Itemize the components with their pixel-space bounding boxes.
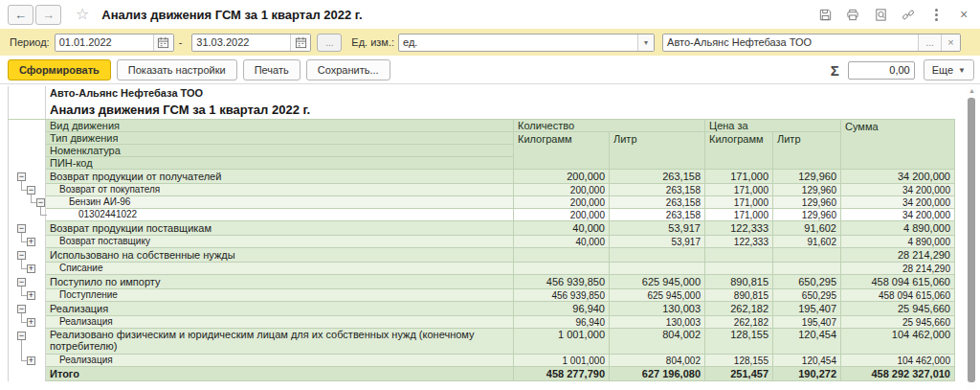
- cell-price-liter[interactable]: 650,295: [773, 275, 841, 289]
- row-label[interactable]: Бензин АИ-96: [46, 196, 514, 209]
- cell-price-kg[interactable]: 171,000: [705, 170, 773, 184]
- cell-qty-liter[interactable]: 625 945,000: [610, 275, 705, 289]
- collapse-toggle[interactable]: −: [17, 332, 26, 340]
- cell-price-kg[interactable]: 262,182: [705, 316, 773, 329]
- cell-sum[interactable]: 28 214,290: [841, 248, 955, 263]
- unit-combobox[interactable]: ед. ▾: [398, 34, 655, 52]
- period-ellipsis-button[interactable]: ...: [317, 34, 342, 52]
- cell-qty-kg[interactable]: 200,000: [514, 209, 610, 221]
- row-label[interactable]: Списание: [46, 263, 514, 275]
- link-icon[interactable]: [901, 7, 916, 22]
- cell-qty-kg[interactable]: [514, 248, 610, 263]
- period-from-field[interactable]: 01.01.2022: [55, 34, 174, 52]
- cell-price-kg[interactable]: [705, 248, 773, 263]
- cell-qty-liter[interactable]: [610, 263, 705, 275]
- cell-sum[interactable]: 25 945,660: [841, 316, 955, 329]
- cell-qty-liter[interactable]: 263,158: [610, 196, 705, 209]
- cell-price-kg[interactable]: 128,155: [705, 355, 773, 367]
- organization-ellipsis-button[interactable]: ...: [918, 34, 941, 51]
- favorite-star-icon[interactable]: ☆: [76, 7, 89, 22]
- cell-sum[interactable]: 34 200,000: [841, 170, 955, 184]
- row-label[interactable]: Поступило по импорту: [46, 275, 514, 289]
- cell-price-liter[interactable]: 195,407: [773, 302, 841, 316]
- collapse-toggle[interactable]: −: [27, 186, 35, 195]
- unit-value[interactable]: ед.: [399, 36, 637, 48]
- back-button[interactable]: ←: [8, 5, 33, 25]
- organization-value[interactable]: Авто-Альянс Нефтебаза ТОО: [663, 36, 918, 48]
- cell-qty-kg[interactable]: 40,000: [514, 236, 610, 248]
- organization-clear-button[interactable]: ×: [941, 34, 960, 51]
- expand-toggle[interactable]: +: [27, 291, 35, 300]
- row-label[interactable]: Использовано на собственные нужды: [46, 248, 514, 263]
- cell-price-kg[interactable]: 171,000: [705, 196, 773, 209]
- cell-sum[interactable]: 458 292 327,010: [841, 367, 955, 381]
- cell-qty-liter[interactable]: 130,003: [610, 316, 705, 329]
- cell-sum[interactable]: 25 945,660: [841, 302, 955, 316]
- forward-button[interactable]: →: [35, 5, 61, 25]
- collapse-toggle[interactable]: −: [17, 278, 26, 287]
- expand-toggle[interactable]: +: [27, 238, 35, 246]
- collapse-toggle[interactable]: −: [36, 198, 45, 207]
- row-label[interactable]: Возврат продукции поставщикам: [46, 221, 514, 236]
- cell-price-liter[interactable]: 120,454: [773, 329, 841, 355]
- cell-qty-kg[interactable]: 1 001,000: [514, 329, 610, 355]
- cell-price-kg[interactable]: 262,182: [705, 302, 773, 316]
- cell-price-kg[interactable]: 122,333: [705, 236, 773, 248]
- calendar-icon[interactable]: [290, 34, 310, 51]
- cell-qty-kg[interactable]: 96,940: [514, 302, 610, 316]
- save-icon[interactable]: [817, 7, 833, 22]
- cell-price-liter[interactable]: 129,960: [773, 184, 841, 196]
- cell-qty-liter[interactable]: 53,917: [610, 236, 705, 248]
- print-button[interactable]: Печать: [243, 59, 301, 80]
- scrollbar-thumb[interactable]: [968, 98, 975, 382]
- expand-toggle[interactable]: +: [27, 356, 35, 365]
- row-label[interactable]: Реализовано физическим и юридическим лиц…: [46, 329, 514, 355]
- collapse-toggle[interactable]: −: [17, 224, 26, 233]
- row-label[interactable]: Поступление: [46, 289, 514, 302]
- cell-qty-kg[interactable]: 200,000: [514, 184, 610, 196]
- cell-qty-kg[interactable]: 200,000: [514, 196, 610, 209]
- row-label[interactable]: 01302441022: [46, 209, 514, 221]
- row-label[interactable]: Возврат от покупателя: [46, 184, 514, 196]
- cell-price-kg[interactable]: [705, 263, 773, 275]
- row-label[interactable]: Реализация: [46, 355, 514, 367]
- cell-price-kg[interactable]: 128,155: [705, 329, 773, 355]
- close-icon[interactable]: ×: [956, 7, 971, 22]
- cell-qty-liter[interactable]: 263,158: [610, 209, 705, 221]
- cell-qty-liter[interactable]: [610, 248, 705, 263]
- cell-qty-kg[interactable]: 96,940: [514, 316, 610, 329]
- row-label[interactable]: Возврат поставщику: [46, 236, 514, 248]
- cell-price-kg[interactable]: 122,333: [705, 221, 773, 236]
- cell-price-kg[interactable]: 171,000: [705, 184, 773, 196]
- cell-qty-kg[interactable]: 456 939,850: [514, 275, 610, 289]
- expand-toggle[interactable]: +: [27, 264, 35, 273]
- more-menu-icon[interactable]: [928, 7, 944, 22]
- collapse-toggle[interactable]: −: [17, 172, 26, 181]
- period-from-value[interactable]: 01.01.2022: [56, 36, 153, 48]
- cell-qty-liter[interactable]: 130,003: [610, 302, 705, 316]
- cell-sum[interactable]: 458 094 615,060: [841, 289, 955, 302]
- cell-qty-liter[interactable]: 804,002: [610, 355, 705, 367]
- cell-price-liter[interactable]: 195,407: [773, 316, 841, 329]
- cell-qty-kg[interactable]: 456 939,850: [514, 289, 610, 302]
- cell-qty-liter[interactable]: 627 196,080: [610, 367, 705, 381]
- expand-toggle[interactable]: +: [27, 318, 35, 327]
- cell-price-liter[interactable]: 129,960: [773, 209, 841, 221]
- organization-field[interactable]: Авто-Альянс Нефтебаза ТОО ... ×: [662, 34, 961, 52]
- cell-qty-kg[interactable]: 458 277,790: [514, 367, 610, 381]
- row-label[interactable]: Итого: [46, 367, 514, 381]
- vertical-scrollbar[interactable]: ▲: [967, 85, 977, 389]
- chevron-down-icon[interactable]: ▾: [637, 34, 654, 51]
- cell-sum[interactable]: 34 200,000: [841, 184, 955, 196]
- cell-qty-kg[interactable]: 200,000: [514, 170, 610, 184]
- collapse-toggle[interactable]: −: [17, 305, 26, 313]
- calendar-icon[interactable]: [153, 34, 173, 51]
- cell-qty-liter[interactable]: 263,158: [610, 170, 705, 184]
- cell-qty-liter[interactable]: 804,002: [610, 329, 705, 355]
- cell-price-kg[interactable]: 890,815: [705, 289, 773, 302]
- cell-price-liter[interactable]: [773, 263, 841, 275]
- collapse-toggle[interactable]: −: [17, 251, 26, 260]
- row-label[interactable]: Реализация: [46, 302, 514, 316]
- more-button[interactable]: Еще ▼: [924, 59, 974, 80]
- cell-price-liter[interactable]: 190,272: [773, 367, 841, 381]
